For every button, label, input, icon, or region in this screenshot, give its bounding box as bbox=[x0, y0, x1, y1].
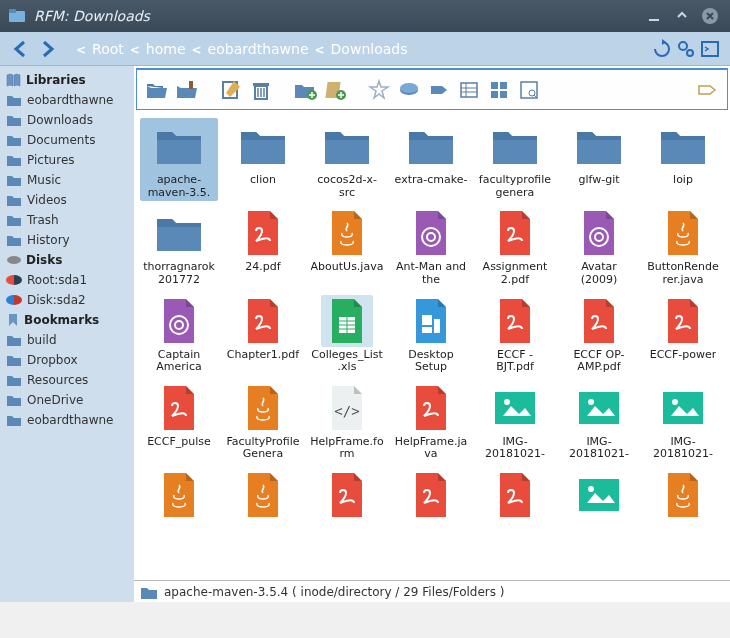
file-item[interactable]: IMG-20181021- bbox=[560, 380, 638, 463]
close-button[interactable] bbox=[698, 4, 722, 28]
file-item[interactable] bbox=[644, 467, 722, 525]
file-item[interactable]: AboutUs.java bbox=[308, 205, 386, 288]
file-item[interactable]: ButtonRenderer.java bbox=[644, 205, 722, 288]
minimize-button[interactable] bbox=[642, 4, 666, 28]
tag-button[interactable] bbox=[425, 76, 453, 104]
svg-rect-2 bbox=[649, 19, 659, 21]
file-item[interactable]: extra-cmake- bbox=[392, 118, 470, 201]
file-item[interactable]: apache-maven-3.5. bbox=[140, 118, 218, 201]
img-icon bbox=[573, 382, 625, 434]
settings-button[interactable] bbox=[676, 39, 696, 59]
nav-forward-button[interactable] bbox=[36, 38, 58, 60]
sidebar-item-root-sda1[interactable]: Root:sda1 bbox=[0, 270, 134, 290]
bookmark-button[interactable] bbox=[365, 76, 393, 104]
file-item[interactable] bbox=[560, 467, 638, 525]
file-item[interactable] bbox=[476, 467, 554, 525]
file-item[interactable]: Chapter1.pdf bbox=[224, 293, 302, 376]
svg-text:</>: </> bbox=[334, 403, 359, 419]
file-item[interactable]: ECCF_pulse bbox=[140, 380, 218, 463]
file-item[interactable]: </>HelpFrame.form bbox=[308, 380, 386, 463]
file-item[interactable]: facultyprofilegenera bbox=[476, 118, 554, 201]
crumb-downloads[interactable]: Downloads bbox=[331, 41, 408, 57]
folder-icon bbox=[657, 120, 709, 172]
file-item[interactable]: cocos2d-x-src bbox=[308, 118, 386, 201]
sidebar-item-documents[interactable]: Documents bbox=[0, 130, 134, 150]
sidebar-item-onedrive[interactable]: OneDrive bbox=[0, 390, 134, 410]
file-item[interactable]: ECCF - BJT.pdf bbox=[476, 293, 554, 376]
file-item[interactable]: IMG-20181021- bbox=[644, 380, 722, 463]
edit-button[interactable] bbox=[217, 76, 245, 104]
file-item[interactable]: HelpFrame.java bbox=[392, 380, 470, 463]
sidebar-item-resources[interactable]: Resources bbox=[0, 370, 134, 390]
file-item[interactable]: loip bbox=[644, 118, 722, 201]
file-label: glfw-git bbox=[578, 174, 619, 187]
file-item[interactable]: ECCF-power bbox=[644, 293, 722, 376]
list-view-button[interactable] bbox=[455, 76, 483, 104]
folder-icon bbox=[237, 120, 289, 172]
sidebar-item-downloads[interactable]: Downloads bbox=[0, 110, 134, 130]
maximize-button[interactable] bbox=[670, 4, 694, 28]
sidebar-item-build[interactable]: build bbox=[0, 330, 134, 350]
svg-rect-43 bbox=[434, 319, 440, 333]
svg-rect-44 bbox=[422, 327, 432, 333]
new-folder-button[interactable] bbox=[291, 76, 319, 104]
delete-button[interactable] bbox=[247, 76, 275, 104]
pdf-icon bbox=[489, 295, 541, 347]
svg-rect-27 bbox=[500, 91, 507, 98]
crumb-eobardthawne[interactable]: eobardthawne bbox=[208, 41, 309, 57]
sidebar-item-dropbox[interactable]: Dropbox bbox=[0, 350, 134, 370]
file-label: IMG-20181021- bbox=[478, 436, 552, 461]
file-item[interactable]: IMG-20181021- bbox=[476, 380, 554, 463]
file-item[interactable] bbox=[224, 467, 302, 525]
refresh-button[interactable] bbox=[652, 39, 672, 59]
open-with-button[interactable] bbox=[173, 76, 201, 104]
terminal-button[interactable] bbox=[700, 39, 720, 59]
file-item[interactable]: Avatar (2009) bbox=[560, 205, 638, 288]
file-item[interactable]: Desktop Setup bbox=[392, 293, 470, 376]
crumb-home[interactable]: home bbox=[146, 41, 186, 57]
file-item[interactable]: 24.pdf bbox=[224, 205, 302, 288]
file-item[interactable] bbox=[392, 467, 470, 525]
file-item[interactable] bbox=[140, 467, 218, 525]
crumb-root[interactable]: Root bbox=[92, 41, 124, 57]
sidebar-item-disk-sda2[interactable]: Disk:sda2 bbox=[0, 290, 134, 310]
svg-rect-24 bbox=[491, 82, 498, 89]
file-label: Ant-Man and the bbox=[394, 261, 468, 286]
file-label: Colleges_List.xls bbox=[310, 349, 384, 374]
file-item[interactable] bbox=[308, 467, 386, 525]
sidebar-item-eobardthawne[interactable]: eobardthawne bbox=[0, 90, 134, 110]
svg-rect-52 bbox=[579, 479, 619, 511]
folder-icon bbox=[489, 120, 541, 172]
file-item[interactable]: thorragnarok201772 bbox=[140, 205, 218, 288]
open-button[interactable] bbox=[143, 76, 171, 104]
sidebar-item-eobardthawne[interactable]: eobardthawne bbox=[0, 410, 134, 430]
sidebar-item-trash[interactable]: Trash bbox=[0, 210, 134, 230]
sidebar-item-history[interactable]: History bbox=[0, 230, 134, 250]
file-item[interactable]: Assignment 2.pdf bbox=[476, 205, 554, 288]
file-label: Assignment 2.pdf bbox=[478, 261, 552, 286]
tag-view-button[interactable] bbox=[693, 76, 721, 104]
sidebar-header-bookmarks: Bookmarks bbox=[0, 310, 134, 330]
sidebar-item-pictures[interactable]: Pictures bbox=[0, 150, 134, 170]
file-item[interactable]: Colleges_List.xls bbox=[308, 293, 386, 376]
icon-view-button[interactable] bbox=[485, 76, 513, 104]
disk-button[interactable] bbox=[395, 76, 423, 104]
breadcrumb: <Root<home<eobardthawne<Downloads bbox=[70, 41, 407, 57]
file-item[interactable]: Captain America bbox=[140, 293, 218, 376]
nav-back-button[interactable] bbox=[10, 38, 32, 60]
preview-button[interactable] bbox=[515, 76, 543, 104]
new-file-button[interactable] bbox=[321, 76, 349, 104]
file-item[interactable]: glfw-git bbox=[560, 118, 638, 201]
sidebar-item-videos[interactable]: Videos bbox=[0, 190, 134, 210]
pathbar: <Root<home<eobardthawne<Downloads bbox=[0, 32, 730, 66]
folder-icon bbox=[153, 207, 205, 259]
svg-point-51 bbox=[672, 399, 678, 405]
file-item[interactable]: FacultyProfileGenera bbox=[224, 380, 302, 463]
sidebar-item-music[interactable]: Music bbox=[0, 170, 134, 190]
java-icon bbox=[237, 469, 289, 521]
file-item[interactable]: clion bbox=[224, 118, 302, 201]
svg-point-47 bbox=[504, 399, 510, 405]
file-item[interactable]: Ant-Man and the bbox=[392, 205, 470, 288]
file-item[interactable]: ECCF OP-AMP.pdf bbox=[560, 293, 638, 376]
file-label: FacultyProfileGenera bbox=[226, 436, 300, 461]
